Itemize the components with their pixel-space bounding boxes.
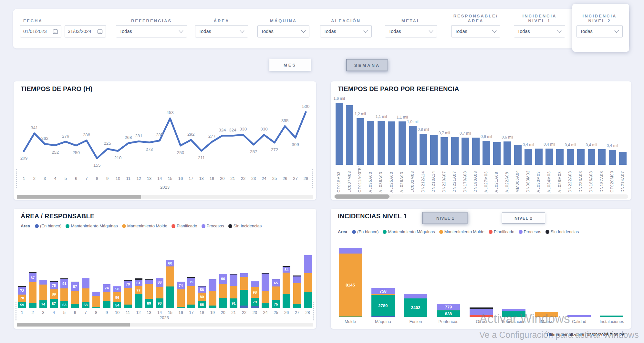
segment-t[interactable]: 2402	[404, 298, 427, 317]
filter-dropdown-1[interactable]: Todas	[195, 25, 248, 37]
segment-p[interactable]: 61	[135, 280, 142, 286]
semana-button[interactable]: SEMANA	[346, 59, 388, 71]
ref-bar-AL027M03[interactable]: 0,6 mil	[483, 141, 490, 165]
ref-bar-AL026A03[interactable]: 1,1 mil	[399, 121, 406, 165]
segment-o[interactable]	[187, 286, 195, 304]
segment-k[interactable]	[187, 277, 195, 278]
stacked-bar-20[interactable]: 96	[219, 274, 227, 308]
ref-bar-MM006A04[interactable]	[514, 145, 522, 165]
h-scrollbar-track[interactable]	[334, 194, 628, 199]
segment-t[interactable]	[339, 317, 362, 317]
segment-t[interactable]	[240, 290, 248, 306]
segment-p[interactable]	[240, 273, 248, 277]
date-to-input[interactable]: 31/03/2024	[65, 25, 106, 37]
segment-o[interactable]	[371, 294, 395, 295]
range-handle-left[interactable]	[16, 302, 16, 320]
ref-bar-CT015A03[interactable]: 1,6 mil	[336, 103, 343, 165]
ref-bar-AL028M03[interactable]	[556, 149, 564, 165]
segment-t[interactable]: 58	[82, 302, 89, 308]
legend-item-planificado[interactable]: Planificado	[171, 223, 197, 228]
segment-t[interactable]	[283, 294, 290, 308]
segment-k[interactable]	[145, 279, 153, 280]
segment-o[interactable]	[437, 310, 460, 310]
calendar-icon[interactable]	[97, 29, 103, 34]
segment-p[interactable]: 79	[187, 278, 195, 286]
filter-dropdown-0[interactable]: Todas	[116, 25, 187, 37]
line-chart-canvas[interactable]: 2091341226232524279525062887155822592101…	[16, 101, 314, 207]
ref-bar-CT011A03"B"[interactable]: 1,2 mil	[357, 118, 364, 165]
segment-k[interactable]	[262, 273, 269, 274]
segment-k[interactable]	[198, 286, 206, 286]
segment-o[interactable]	[262, 291, 269, 303]
segment-k[interactable]	[50, 281, 58, 282]
stacked-bar-3[interactable]: 74	[39, 280, 47, 308]
segment-t[interactable]	[71, 304, 79, 308]
segment-p[interactable]	[230, 275, 237, 286]
segment-p[interactable]: 779	[437, 304, 460, 310]
segment-o[interactable]: 70	[18, 295, 26, 302]
date-from-input[interactable]: 01/01/2023	[20, 25, 61, 37]
stacked-bar-17[interactable]: 79	[187, 277, 195, 308]
ref-bar-DN222A03[interactable]: 0,4 mil	[567, 149, 574, 165]
filter-dropdown-2[interactable]: Todas	[257, 25, 309, 37]
segment-t[interactable]	[92, 307, 100, 308]
filter-dropdown-4[interactable]: Todas	[385, 25, 437, 37]
segment-o[interactable]: 98	[251, 287, 259, 297]
filter-dropdown-6[interactable]: Todas	[514, 25, 565, 37]
segment-p[interactable]: 96	[219, 274, 227, 284]
stacked-bar-27[interactable]	[293, 275, 301, 308]
segment-p[interactable]	[262, 274, 269, 290]
h-scrollbar-thumb[interactable]	[17, 195, 141, 199]
ref-bar-LC002M03[interactable]: 1,0 mil	[409, 126, 417, 165]
h-scrollbar-track[interactable]	[17, 323, 313, 327]
stacked-bar-Máquina[interactable]: 2789758	[371, 288, 395, 317]
mes-button[interactable]: MES	[269, 59, 311, 71]
ref-bar-AL033M03[interactable]	[535, 149, 543, 165]
segment-t[interactable]	[177, 307, 185, 308]
segment-p[interactable]: 54	[283, 267, 290, 273]
segment-t[interactable]	[135, 294, 142, 308]
segment-p[interactable]: 72	[18, 287, 26, 295]
segment-t[interactable]: 91	[230, 298, 237, 308]
stacked-bar-22[interactable]	[240, 273, 248, 308]
stacked-bar-15[interactable]: 60	[166, 260, 174, 308]
h-scrollbar-thumb[interactable]	[335, 194, 390, 199]
segment-p[interactable]: 758	[371, 288, 395, 294]
segment-p[interactable]: 91	[60, 279, 68, 288]
segment-k[interactable]	[230, 274, 237, 275]
segment-p[interactable]	[404, 294, 427, 298]
stacked-bar-19[interactable]	[209, 279, 216, 308]
segment-b[interactable]	[251, 306, 259, 308]
filter-dropdown-3[interactable]: Todas	[320, 25, 372, 37]
segment-o[interactable]	[39, 285, 47, 300]
segment-p[interactable]: 88	[156, 278, 163, 287]
h-scrollbar-thumb[interactable]	[17, 323, 130, 327]
segment-o[interactable]	[29, 282, 36, 303]
segment-p[interactable]: 75	[50, 282, 58, 290]
segment-k[interactable]	[272, 279, 280, 279]
segment-p[interactable]	[251, 281, 259, 287]
stacked-bar-Calidad[interactable]	[567, 315, 591, 317]
legend-item--en-blanco-[interactable]: (En blanco)	[352, 229, 379, 234]
segment-o[interactable]	[502, 311, 525, 312]
stacked-bar-Instalaciones[interactable]	[600, 316, 623, 317]
segment-o[interactable]	[177, 289, 185, 307]
stacked-bar-5[interactable]: 6391	[60, 278, 68, 308]
legend-item-sin-incidencias[interactable]: Sin Incidencias	[545, 229, 579, 234]
ref-bar-DN083M02[interactable]: 0,4 mil	[525, 149, 532, 165]
ref-bar-LC007M03[interactable]	[346, 105, 353, 165]
segment-t[interactable]: 74	[39, 300, 47, 308]
segment-p[interactable]: 58	[113, 286, 121, 292]
segment-o[interactable]	[293, 283, 301, 304]
segment-p[interactable]: 87	[71, 282, 79, 291]
ref-bar-DN187A08[interactable]	[598, 149, 606, 165]
stacked-bar-25[interactable]: 7565	[272, 279, 280, 308]
segment-p[interactable]: 74	[103, 284, 110, 292]
legend-item-mantenimiento-molde[interactable]: Mantenimiento Molde	[122, 223, 167, 228]
ref-bar-AL025A03[interactable]	[388, 121, 395, 165]
segment-t[interactable]: 93	[156, 298, 163, 308]
stacked-bar-Molde[interactable]: 8145	[339, 248, 362, 317]
stacked-bar-Fusion[interactable]: 2402	[404, 294, 427, 317]
legend-item-procesos[interactable]: Procesos	[519, 229, 541, 234]
segment-o[interactable]	[304, 273, 312, 292]
